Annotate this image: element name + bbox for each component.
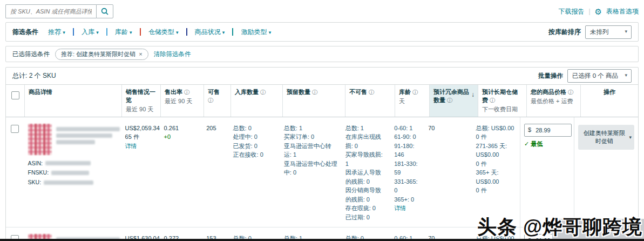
stat-line: 0 件 [476, 159, 516, 169]
info-icon[interactable]: ⓘ [208, 97, 213, 103]
stat-line: 已发货: 0 [233, 142, 276, 151]
stat-line: 买家订单: 0 [284, 132, 338, 142]
info-icon[interactable]: ⓘ [312, 89, 317, 95]
filter-recommendations[interactable]: 推荐 ▾ [48, 28, 65, 37]
product-cell: ASIN: FNSKU: SKU: [24, 117, 121, 227]
info-icon[interactable]: ⓘ [369, 89, 374, 95]
sales-amount: US$2,059.34 [125, 124, 157, 133]
applied-filters-label: 已选筛选条件 [12, 50, 50, 58]
bulk-actions-label: 批量操作 [538, 72, 563, 80]
stat-line: 总数: 1 [284, 124, 338, 133]
header-estimated-excess[interactable]: 预计冗余商品数量 ⓘ ↓ [429, 85, 478, 117]
header-price: 您的商品价格 ⓘ 最低价格 + 运费 [526, 85, 580, 117]
chevron-down-icon: ▾ [625, 29, 627, 34]
clear-filters-link[interactable]: 清除筛选条件 [154, 50, 191, 58]
header-sell-through: 售出率 ⓘ 最近 90 天 [160, 85, 204, 117]
stat-line: 在库房出现残损: 0 [345, 132, 387, 150]
info-icon[interactable]: ⓘ [447, 97, 452, 103]
info-icon[interactable]: ⓘ [412, 89, 418, 95]
ltsf-cell: 总额: US$0.00 0 件 271-365 天: US$0.00 0 件 3… [472, 117, 520, 227]
sell-through-delta: +0 [164, 132, 199, 142]
inbound-cell: 总数: 0 处理中: 0 已发货: 0 正在接收: 0 [229, 117, 280, 227]
available-cell: 205 [202, 117, 229, 227]
sales-details-link[interactable]: 详情 [125, 143, 137, 149]
filter-divider [140, 28, 141, 36]
stat-line: 亚马逊运营中心转运: 1 [284, 142, 338, 159]
age-details-link[interactable]: 详情 [394, 205, 406, 211]
filter-incentive-type[interactable]: 激励类型 ▾ [241, 28, 271, 37]
price-input[interactable] [535, 127, 565, 133]
stat-line: 365+: 0 [394, 195, 421, 204]
sales-units: 65 件 [125, 132, 157, 142]
product-title-redacted [56, 124, 120, 155]
sell-through-cell: 0.261 +0 [160, 117, 203, 227]
header-unfulfillable: 不可售 ⓘ [345, 85, 395, 117]
stat-line: 买家导致残损: 1 [345, 150, 387, 168]
chevron-down-icon: ▾ [176, 30, 179, 35]
stat-line: 总数: 1 [345, 124, 387, 133]
stat-line: 总数: 0 [233, 124, 276, 133]
chevron-down-icon: ▾ [629, 135, 632, 140]
header-available: 可售 ⓘ [204, 85, 231, 117]
stat-line: 亚马逊运营中心处理中: 0 [284, 159, 338, 177]
stat-line: 0-60: 1 [394, 124, 421, 133]
filter-bar: 筛选条件 推荐 ▾ 入库 ▾ 库龄 ▾ 仓储类型 ▾ 商品状况 ▾ 激励类型 ▾… [5, 22, 639, 42]
filter-divider [106, 28, 107, 36]
chevron-down-icon: ▾ [96, 30, 99, 35]
estimated-excess-cell: 70 [424, 117, 472, 227]
search-input[interactable] [5, 4, 96, 18]
stat-line: 总额: US$0.00 [476, 124, 516, 133]
bulk-actions: 批量操作 已选择 0 个 商品 ▾ [538, 69, 632, 83]
filter-storage-type[interactable]: 仓储类型 ▾ [148, 28, 179, 37]
price-input-wrap: $ [524, 124, 572, 137]
create-outlet-deal-button[interactable]: 创建奥特莱斯限时促销 ▾ [578, 125, 634, 150]
close-icon[interactable]: × [139, 51, 142, 57]
stat-line: 正在接收: 0 [233, 150, 276, 159]
info-icon[interactable]: ⓘ [184, 89, 189, 95]
fnsku-label: FNSKU: [28, 169, 49, 177]
sell-through-rate: 0.261 [164, 124, 199, 133]
sort-area: 按库龄排序 未排列 ▾ [548, 25, 632, 39]
inventory-page: 下载报告 | ⚙ 表格首选项 筛选条件 推荐 ▾ 入库 ▾ 库龄 ▾ 仓储类型 … [0, 0, 644, 241]
header-age: 库龄 ⓘ 天 [395, 85, 429, 117]
stat-line: 0 件 [476, 186, 516, 195]
select-all-checkbox[interactable] [11, 91, 19, 99]
stat-line: 61-90: 0 [394, 132, 421, 142]
table-row: ASIN: FNSKU: SKU: US$2,059.34 65 件 详情 0.… [6, 117, 638, 228]
gear-icon: ⚙ [595, 8, 602, 16]
search-bar [5, 4, 113, 18]
chevron-down-icon: ▾ [269, 30, 272, 35]
filter-inbound[interactable]: 入库 ▾ [82, 28, 99, 37]
price-cell: $ ✓ 最低 [520, 117, 574, 227]
row-checkbox[interactable] [11, 125, 19, 133]
check-icon: ✓ [524, 140, 529, 147]
table-preferences-link[interactable]: 表格首选项 [606, 7, 639, 16]
sku-total: 总计: 2 个 SKU [12, 71, 56, 81]
filter-divider [186, 28, 187, 36]
sales-cell: US$2,059.34 65 件 详情 [121, 117, 160, 227]
asin-label: ASIN: [28, 159, 43, 168]
filter-divider [232, 28, 233, 36]
asin-value-redacted [45, 161, 91, 165]
info-icon[interactable]: ⓘ [490, 97, 495, 103]
applied-filter-chip[interactable]: 推荐: 创建奥特莱斯限时促销 × [55, 49, 148, 60]
sort-descending-icon[interactable]: ↓ [471, 90, 474, 99]
download-report-link[interactable]: 下载报告 [558, 7, 584, 16]
filter-condition[interactable]: 商品状况 ▾ [195, 28, 225, 37]
sku-label: SKU: [28, 178, 42, 187]
filters-label: 筛选条件 [12, 28, 38, 37]
top-links: 下载报告 | ⚙ 表格首选项 [558, 7, 639, 16]
stat-line: 因分销商导致的残损: 0 [345, 186, 387, 204]
filter-divider [73, 28, 74, 36]
table-header: 商品详情 销售情况一览 最近 90 天 售出率 ⓘ 最近 90 天 可售 ⓘ 入… [6, 85, 638, 117]
stat-line: 因承运人导致的残损: 0 [345, 168, 387, 186]
sku-value-redacted [44, 180, 93, 185]
info-icon[interactable]: ⓘ [260, 89, 266, 95]
reserved-cell: 总数: 1 买家订单: 0 亚马逊运营中心转运: 1 亚马逊运营中心处理中: 0 [280, 117, 342, 227]
age-sort-select[interactable]: 未排列 ▾ [585, 25, 632, 39]
bulk-action-select[interactable]: 已选择 0 个 商品 ▾ [567, 69, 632, 83]
search-button[interactable] [96, 4, 113, 18]
filter-age[interactable]: 库龄 ▾ [115, 28, 132, 37]
fnsku-value-redacted [51, 171, 89, 175]
info-icon[interactable]: ⓘ [568, 89, 573, 95]
